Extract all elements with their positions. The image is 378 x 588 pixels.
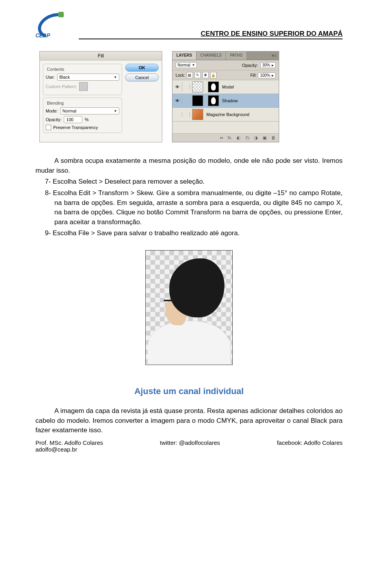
tab-layers[interactable]: LAYERS [172,52,196,60]
fill-label: Fill: [250,73,257,77]
layer-fx-icon[interactable]: fx. [227,135,233,140]
layer-thumbnail [192,95,203,106]
layer-fill-input[interactable]: 100%▸ [258,72,276,78]
chevron-down-icon: ▼ [192,63,195,67]
opacity-label: Opacity: [242,63,258,68]
layer-name: Magazine Background [206,112,249,117]
opacity-unit: % [85,117,89,122]
cancel-button[interactable]: Cancel [125,74,159,81]
footer-twitter: twitter: @adolfocolares [160,439,220,453]
ok-button[interactable]: OK [125,64,159,72]
panel-menu-icon[interactable]: ▾≡ [269,52,279,60]
layer-thumbnail [192,109,203,120]
layer-row-magazine-bg[interactable]: Magazine Background [172,108,279,122]
logo: CEAP [35,12,71,39]
preserve-transparency-checkbox[interactable] [46,125,51,130]
page-header: CEAP CENTRO DE ENSINO SUPERIOR DO AMAPÁ [35,12,343,39]
new-group-icon[interactable]: 🗀 [244,135,250,140]
paragraph: A imagem da capa da revista já está quas… [35,406,343,435]
blending-group-label: Blending [46,101,65,105]
layer-thumbnail [192,81,203,92]
header-title: CENTRO DE ENSINO SUPERIOR DO AMAPÁ [201,30,343,37]
layer-row-shadow[interactable]: 👁 Shadow [172,94,279,108]
list-item-7: 7- Escolha Select > Deselect para remove… [35,177,343,187]
layer-name: Model [221,85,234,89]
link-layers-icon[interactable]: ⇔ [218,135,224,140]
paragraph: A sombra ocupa exatamente a mesma posiçã… [35,156,343,175]
tab-channels[interactable]: CHANNELS [196,52,226,60]
mode-label: Mode: [46,109,58,113]
layer-row-model[interactable]: 👁 Model [172,80,279,94]
new-layer-icon[interactable]: ▣ [261,135,268,140]
visibility-toggle[interactable]: 👁 [172,96,182,105]
layer-mask-thumbnail [208,95,219,106]
visibility-toggle[interactable]: 👁 [172,82,182,92]
fill-dialog: Fill Contents Use: Black ▼ Custo [39,51,162,142]
tab-paths[interactable]: PATHS [226,52,247,60]
footer-author: Prof. MSc. Adolfo Colares [35,439,103,446]
model-profile-image [145,250,233,365]
footer-facebook: facebook: Adolfo Colares [277,439,343,453]
lock-transparency-icon[interactable]: ▨ [187,72,193,78]
preserve-transparency-label: Preserve Transparency [53,125,98,130]
visibility-toggle[interactable] [172,112,182,117]
mode-select[interactable]: Normal ▼ [60,107,119,114]
chevron-down-icon: ▼ [114,76,117,79]
lock-pixels-icon[interactable]: ✎ [195,72,201,78]
lock-all-icon[interactable]: 🔒 [210,72,217,78]
contents-group-label: Contents [46,67,65,72]
opacity-input[interactable]: 100 [64,116,82,123]
layer-name: Shadow [221,98,238,103]
adjustment-layer-icon[interactable]: ◑ [253,135,259,140]
blend-mode-select[interactable]: Normal ▼ [176,62,197,68]
use-select[interactable]: Black ▼ [57,74,119,81]
logo-text: CEAP [35,32,50,39]
pattern-swatch[interactable] [79,82,88,91]
fill-dialog-title: Fill [40,52,162,61]
layer-opacity-input[interactable]: 30%▸ [260,62,276,68]
opacity-label: Opacity: [46,117,61,122]
section-title: Ajuste um canal individual [35,386,343,396]
body-text-block-1: A sombra ocupa exatamente a mesma posiçã… [35,156,343,238]
layer-mask-thumbnail [208,81,219,92]
list-item-9: 9- Escolha File > Save para salvar o tra… [35,229,343,238]
footer-email: adolfo@ceap.br [35,446,103,453]
custom-pattern-label: Custom Pattern: [46,84,77,89]
layers-panel: LAYERS CHANNELS PATHS ▾≡ Normal ▼ Opacit… [172,51,279,142]
use-label: Use: [46,75,55,79]
lock-label: Lock: [176,73,185,77]
page-footer: Prof. MSc. Adolfo Colares adolfo@ceap.br… [35,439,343,453]
list-item-8: 8- Escolha Edit > Transform > Skew. Gire… [35,188,343,227]
add-mask-icon[interactable]: ◐ [235,135,242,140]
delete-layer-icon[interactable]: 🗑 [270,135,276,140]
body-text-block-2: A imagem da capa da revista já está quas… [35,406,343,435]
chevron-down-icon: ▼ [114,109,117,113]
lock-position-icon[interactable]: ✥ [202,72,209,78]
